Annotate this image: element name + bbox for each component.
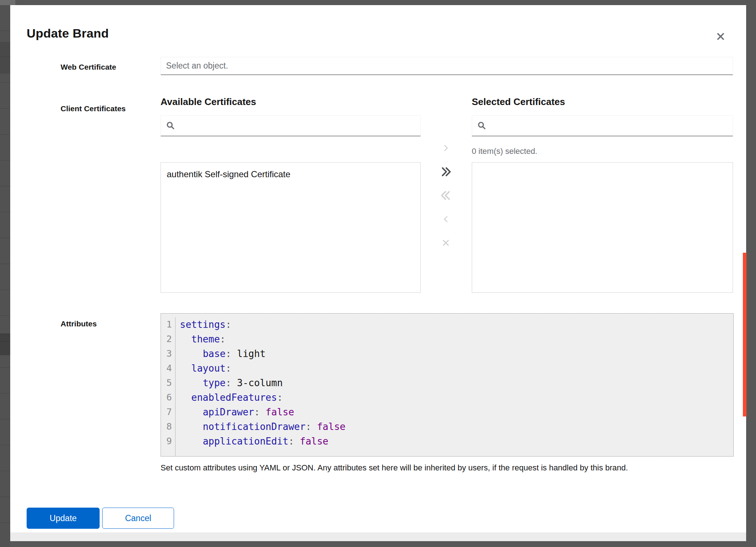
close-icon: [716, 31, 726, 42]
clear-selection-button[interactable]: [439, 236, 453, 250]
code-line: base: light: [180, 346, 733, 361]
available-certificate-item[interactable]: authentik Self-signed Certificate: [161, 166, 420, 182]
angle-right-icon: [442, 144, 450, 152]
attributes-label: Attributes: [61, 319, 97, 328]
background-sidebar-active-item: [0, 333, 10, 355]
code-editor-content[interactable]: settings: theme: base: light layout: typ…: [176, 317, 733, 456]
selected-search-box: [472, 115, 733, 136]
code-line-number: 9: [161, 434, 172, 449]
add-selected-button[interactable]: [439, 141, 453, 155]
code-line: enabledFeatures:: [180, 390, 733, 405]
code-line: settings:: [180, 317, 733, 332]
available-search-input[interactable]: [180, 121, 415, 131]
angle-left-icon: [442, 215, 450, 223]
update-brand-modal: Update Brand Web Certificate Select an o…: [10, 5, 746, 541]
times-icon: [441, 238, 451, 248]
available-search-box: [161, 115, 421, 136]
background-sidebar: [0, 5, 10, 547]
code-line-number: 2: [161, 332, 172, 346]
code-line: theme:: [180, 332, 733, 346]
remove-all-button[interactable]: [439, 189, 453, 202]
background-sidebar-header: [0, 42, 10, 74]
angle-double-right-icon: [440, 166, 452, 178]
code-line-number: 8: [161, 419, 172, 434]
notification-accent-bar: [743, 253, 747, 416]
available-certificates-heading: Available Certificates: [161, 96, 256, 108]
web-certificate-placeholder: Select an object.: [166, 61, 228, 71]
code-line: layout:: [180, 361, 733, 376]
selected-certificates-list[interactable]: [472, 162, 733, 293]
web-certificate-select[interactable]: Select an object.: [161, 57, 733, 75]
add-all-button[interactable]: [439, 165, 453, 179]
cancel-button[interactable]: Cancel: [102, 508, 174, 529]
code-line-number: 4: [161, 361, 172, 376]
code-line-number: 6: [161, 390, 172, 405]
code-line-number: 3: [161, 346, 172, 361]
remove-selected-button[interactable]: [439, 212, 453, 226]
angle-double-left-icon: [440, 190, 452, 201]
code-line: apiDrawer: false: [180, 405, 733, 419]
modal-bottom-strip: [10, 532, 746, 541]
background-topbar: [0, 0, 15, 5]
available-certificates-list[interactable]: authentik Self-signed Certificate: [161, 162, 421, 293]
selected-count-status: 0 item(s) selected.: [472, 147, 537, 156]
attributes-help-text: Set custom attributes using YAML or JSON…: [161, 463, 735, 473]
code-line-number: 7: [161, 405, 172, 419]
code-line-number: 1: [161, 317, 172, 332]
selected-certificates-heading: Selected Certificates: [472, 96, 565, 108]
selected-search-input[interactable]: [491, 121, 728, 131]
modal-title: Update Brand: [27, 26, 109, 40]
code-editor-gutter: 123456789: [161, 317, 176, 456]
web-certificate-label: Web Certificate: [61, 63, 116, 71]
search-icon: [166, 121, 176, 131]
code-line: notificationDrawer: false: [180, 419, 733, 434]
attributes-code-editor[interactable]: 123456789 settings: theme: base: light l…: [161, 313, 734, 457]
client-certificates-label: Client Certificates: [61, 104, 126, 113]
search-icon: [477, 121, 487, 131]
code-line: applicationEdit: false: [180, 434, 733, 449]
update-button[interactable]: Update: [27, 508, 100, 529]
code-line-number: 5: [161, 376, 172, 390]
code-line: type: 3-column: [180, 376, 733, 390]
close-button[interactable]: [713, 28, 729, 44]
